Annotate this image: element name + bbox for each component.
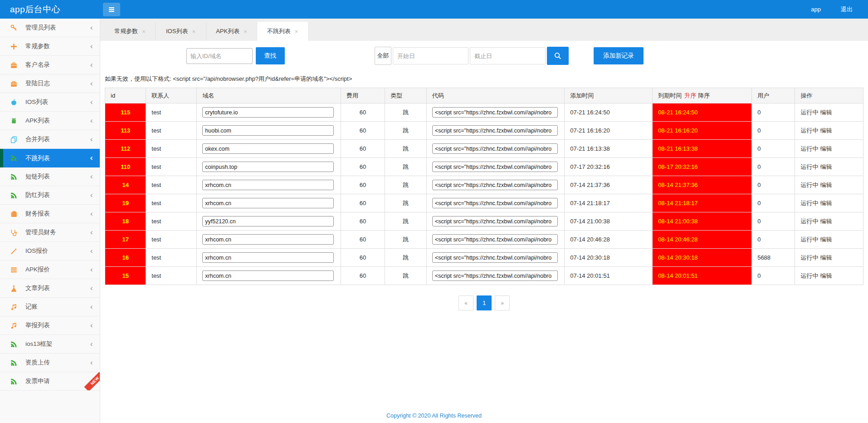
edit-link[interactable]: 编辑 xyxy=(820,109,832,116)
status-running-link[interactable]: 运行中 xyxy=(800,127,818,134)
tab-label: 常规参数 xyxy=(114,27,138,35)
cell-id: 115 xyxy=(105,103,146,122)
sidebar-item-nojump-list[interactable]: 不跳列表‹ xyxy=(0,149,100,167)
domain-input[interactable] xyxy=(202,252,333,263)
tab-4[interactable]: 不跳列表× xyxy=(257,22,308,41)
domain-input[interactable] xyxy=(202,107,333,118)
chevron-left-icon: ‹ xyxy=(90,340,93,348)
sidebar-item-general-params[interactable]: 常规参数‹ xyxy=(0,37,100,56)
sidebar-item-article-list[interactable]: 文章列表‹ xyxy=(0,279,100,298)
code-input[interactable] xyxy=(432,198,558,208)
search-button[interactable]: 查找 xyxy=(256,47,285,64)
status-running-link[interactable]: 运行中 xyxy=(800,236,818,243)
cell-code xyxy=(426,194,564,212)
code-input[interactable] xyxy=(432,162,558,172)
sidebar-item-finance-report[interactable]: 财务报表‹ xyxy=(0,205,100,223)
domain-input[interactable] xyxy=(202,271,333,281)
sidebar-toggle-button[interactable] xyxy=(103,3,120,16)
end-date-input[interactable] xyxy=(470,47,546,64)
status-running-link[interactable]: 运行中 xyxy=(800,109,818,116)
logout-link[interactable]: 退出 xyxy=(841,5,853,14)
cell-fee: 60 xyxy=(341,176,385,194)
code-input[interactable] xyxy=(432,143,558,154)
edit-link[interactable]: 编辑 xyxy=(820,145,832,152)
domain-input[interactable] xyxy=(202,143,333,154)
tab-2[interactable]: IOS列表× xyxy=(156,22,206,41)
sort-desc-link[interactable]: 降序 xyxy=(698,92,710,99)
sidebar-item-admin-finance[interactable]: 管理员财务‹ xyxy=(0,223,100,242)
pagination-next-button[interactable]: » xyxy=(495,295,510,310)
rss-icon xyxy=(10,154,18,162)
sidebar-item-customer-directory[interactable]: 客户名录‹ xyxy=(0,56,100,74)
code-input[interactable] xyxy=(432,271,558,281)
tab-bar: 常规参数×IOS列表×APK列表×不跳列表× xyxy=(100,19,868,41)
close-icon[interactable]: × xyxy=(244,28,247,35)
cell-added: 07-21 16:13:38 xyxy=(565,140,653,158)
sidebar-item-qualification-upload[interactable]: 资质上传‹ xyxy=(0,354,100,372)
rss-icon xyxy=(10,359,18,367)
cell-contact: test xyxy=(146,249,197,267)
cell-type: 跳 xyxy=(385,249,426,267)
tab-3[interactable]: APK列表× xyxy=(206,22,257,41)
domain-input[interactable] xyxy=(202,180,333,190)
pagination-prev-button[interactable]: « xyxy=(458,295,473,310)
status-running-link[interactable]: 运行中 xyxy=(800,218,818,225)
sidebar-item-merge-list[interactable]: 合并列表‹ xyxy=(0,130,100,149)
code-input[interactable] xyxy=(432,252,558,263)
close-icon[interactable]: × xyxy=(142,28,146,35)
start-date-input[interactable] xyxy=(393,47,468,64)
code-input[interactable] xyxy=(432,216,558,226)
sidebar-item-ios-quote[interactable]: IOS报价‹ xyxy=(0,242,100,261)
sidebar-item-bookkeeping[interactable]: 记账‹ xyxy=(0,298,100,316)
close-icon[interactable]: × xyxy=(295,28,298,35)
domain-input[interactable] xyxy=(202,234,333,245)
header-contact: 联系人 xyxy=(146,88,197,103)
sidebar-item-ios-list[interactable]: IOS列表‹ xyxy=(0,93,100,112)
domain-input[interactable] xyxy=(202,125,333,136)
edit-link[interactable]: 编辑 xyxy=(820,254,832,261)
domain-input[interactable] xyxy=(202,198,333,208)
code-input[interactable] xyxy=(432,180,558,190)
sidebar-item-label: 管理员财务 xyxy=(25,228,56,236)
sidebar-item-antired-list[interactable]: 防红列表‹ xyxy=(0,186,100,205)
status-running-link[interactable]: 运行中 xyxy=(800,254,818,261)
edit-link[interactable]: 编辑 xyxy=(820,163,832,170)
code-input[interactable] xyxy=(432,107,558,118)
search-input[interactable] xyxy=(186,48,253,64)
sidebar-item-apk-list[interactable]: APK列表‹ xyxy=(0,112,100,130)
sidebar-item-login-log[interactable]: 登陆日志‹ xyxy=(0,74,100,93)
pagination-page-1[interactable]: 1 xyxy=(477,295,492,310)
rss-icon xyxy=(10,340,18,348)
edit-link[interactable]: 编辑 xyxy=(820,236,832,243)
edit-link[interactable]: 编辑 xyxy=(820,218,832,225)
scope-select[interactable]: 全部 xyxy=(375,47,391,65)
status-running-link[interactable]: 运行中 xyxy=(800,163,818,170)
sidebar-item-report-list[interactable]: 举报列表‹ xyxy=(0,316,100,335)
app-link[interactable]: app xyxy=(811,6,821,13)
sidebar-item-admin-list[interactable]: 管理员列表‹ xyxy=(0,19,100,37)
code-input[interactable] xyxy=(432,234,558,245)
sidebar-item-label: 财务报表 xyxy=(25,210,50,218)
sidebar-item-ios13-frame[interactable]: ios13框架‹ xyxy=(0,335,100,354)
domain-input[interactable] xyxy=(202,216,333,226)
sort-asc-link[interactable]: 升序 xyxy=(684,92,696,99)
table-header-row: id 联系人 域名 费用 类型 代码 添加时间 到期时间升序降序 用户 操作 xyxy=(105,88,863,103)
status-running-link[interactable]: 运行中 xyxy=(800,272,818,279)
edit-link[interactable]: 编辑 xyxy=(820,272,832,279)
add-record-button[interactable]: 添加新记录 xyxy=(594,47,644,64)
edit-link[interactable]: 编辑 xyxy=(820,127,832,134)
code-input[interactable] xyxy=(432,125,558,136)
close-icon[interactable]: × xyxy=(192,28,195,35)
status-running-link[interactable]: 运行中 xyxy=(800,200,818,207)
tab-1[interactable]: 常规参数× xyxy=(105,22,156,41)
status-running-link[interactable]: 运行中 xyxy=(800,145,818,152)
sidebar-item-invoice-apply[interactable]: 发票申请‹NEW xyxy=(0,372,100,391)
date-search-button[interactable] xyxy=(547,47,569,65)
sidebar-item-apk-quote[interactable]: APK报价‹ xyxy=(0,261,100,279)
domain-input[interactable] xyxy=(202,162,333,172)
edit-link[interactable]: 编辑 xyxy=(820,200,832,207)
edit-link[interactable]: 编辑 xyxy=(820,182,832,188)
cell-added: 07-14 20:01:51 xyxy=(565,267,653,285)
sidebar-item-shortlink-list[interactable]: 短链列表‹ xyxy=(0,167,100,186)
status-running-link[interactable]: 运行中 xyxy=(800,182,818,188)
